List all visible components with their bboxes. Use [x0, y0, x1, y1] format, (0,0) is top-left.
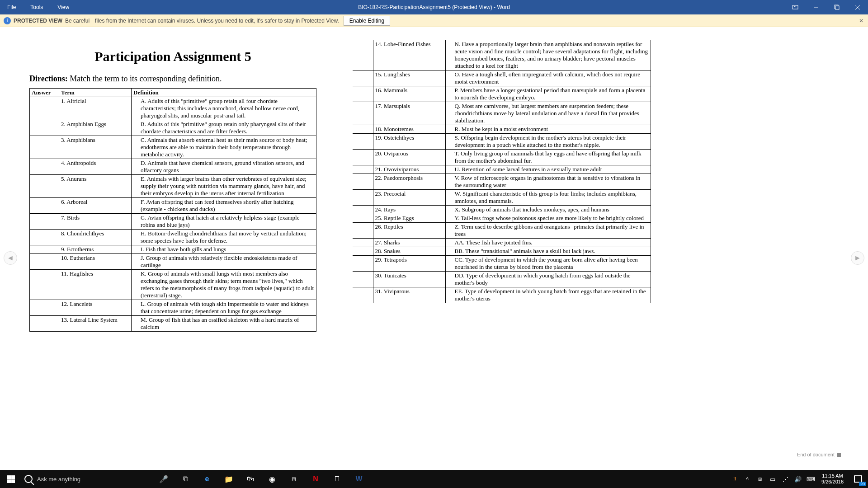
answer-cell	[353, 247, 373, 256]
definition-cell: I. Fish that have both gills and lungs	[132, 245, 316, 254]
table-row: 5. AnuransE. Animals with larger brains …	[30, 175, 316, 198]
answer-cell	[353, 256, 373, 272]
term-cell: 19. Osteichthyes	[373, 134, 445, 150]
search-box[interactable]: Ask me anything	[22, 470, 148, 488]
term-cell: 12. Lancelets	[59, 300, 132, 316]
dropbox-icon[interactable]: ⧈	[283, 470, 305, 488]
answer-cell	[353, 174, 373, 190]
sticky-notes-icon[interactable]: 🗒	[326, 470, 348, 488]
term-cell: 1. Altricial	[59, 97, 132, 120]
enable-editing-button[interactable]: Enable Editing	[344, 16, 390, 26]
definition-cell: U. Retention of some larval features in …	[445, 165, 651, 174]
next-page-button[interactable]: ►	[851, 251, 864, 265]
table-row: 27. SharksAA. These fish have jointed fi…	[353, 239, 651, 247]
answer-cell	[353, 190, 373, 206]
answer-cell	[30, 120, 59, 136]
page-1: Participation Assignment 5 Directions: M…	[18, 36, 316, 475]
table-row: 4. AnthropoidsD. Animals that have chemi…	[30, 159, 316, 175]
table-row: 29. TetrapodsCC. Type of development in …	[353, 256, 651, 272]
table-row: 31. ViviparousEE. Type of development in…	[353, 287, 651, 303]
wifi-icon[interactable]: ⋰	[779, 470, 792, 488]
term-cell: 13. Lateral Line System	[59, 316, 132, 332]
menu-file[interactable]: File	[0, 0, 23, 14]
table-row: 26. ReptilesZ. Term used to describe gib…	[353, 223, 651, 239]
table-row: 28. SnakesBB. These "transitional" anima…	[353, 247, 651, 256]
definition-cell: S. Offspring begin development in the mo…	[445, 134, 651, 150]
tray-chevron-icon[interactable]: ^	[741, 470, 754, 488]
table-row: 15. LungfishesO. Have a tough shell, oft…	[353, 70, 651, 86]
table-row: 23. PrecocialW. Significant characterist…	[353, 190, 651, 206]
table-row: 19. OsteichthyesS. Offspring begin devel…	[353, 134, 651, 150]
answer-cell	[30, 214, 59, 230]
alert-icon[interactable]: ‼	[728, 470, 741, 488]
explorer-icon[interactable]: 📁	[218, 470, 240, 488]
menu-view[interactable]: View	[50, 0, 76, 14]
term-cell: 20. Oviparous	[373, 150, 445, 165]
start-button[interactable]	[0, 470, 22, 488]
directions: Directions: Match the term to its corres…	[29, 74, 316, 84]
netflix-icon[interactable]: N	[305, 470, 326, 488]
answer-cell	[30, 175, 59, 198]
answer-cell	[353, 239, 373, 247]
table-row: 1. AltricialA. Adults of this "primitive…	[30, 97, 316, 120]
definition-cell: DD. Type of development in which young h…	[445, 272, 651, 287]
answer-cell	[353, 125, 373, 134]
definition-cell: E. Animals with larger brains than other…	[132, 175, 316, 198]
mic-icon[interactable]: 🎤	[153, 470, 175, 488]
protected-view-bar: i PROTECTED VIEW Be careful—files from t…	[0, 14, 868, 27]
term-cell: 30. Tunicates	[373, 272, 445, 287]
term-cell: 31. Viviparous	[373, 287, 445, 303]
term-cell: 8. Chondrichthyes	[59, 230, 132, 245]
shield-icon: i	[4, 17, 11, 24]
task-view-icon[interactable]: ⧉	[175, 470, 196, 488]
answer-cell	[353, 102, 373, 125]
system-tray: ‼ ^ ⧈ ▭ ⋰ 🔊 ⌨ 11:15 AM 9/26/2016 20	[728, 470, 868, 488]
notification-badge: 20	[859, 482, 866, 486]
document-area[interactable]: ◄ ► Participation Assignment 5 Direction…	[0, 27, 868, 475]
taskbar: Ask me anything 🎤 ⧉ e 📁 🛍 ◉ ⧈ N 🗒 W ‼ ^ …	[0, 470, 868, 488]
edge-icon[interactable]: e	[196, 470, 218, 488]
definition-cell: L. Group of animals with tough skin impe…	[132, 300, 316, 316]
definition-cell: P. Members have a longer gestational per…	[445, 86, 651, 102]
answer-cell	[353, 134, 373, 150]
matching-table-right: 14. Lobe-Finned FishesN. Have a proporti…	[353, 40, 651, 303]
answer-cell	[353, 272, 373, 287]
answer-cell	[30, 230, 59, 245]
table-row: 6. ArborealF. Avian offspring that can f…	[30, 198, 316, 214]
definition-cell: R. Must be kept in a moist environment	[445, 125, 651, 134]
term-cell: 22. Paedomorphosis	[373, 174, 445, 190]
clock[interactable]: 11:15 AM 9/26/2016	[817, 473, 848, 485]
definition-cell: H. Bottom-dwelling chondrichthians that …	[132, 230, 316, 245]
store-icon[interactable]: 🛍	[240, 470, 261, 488]
minimize-button[interactable]	[806, 0, 826, 14]
term-cell: 10. Eutherians	[59, 254, 132, 270]
keyboard-icon[interactable]: ⌨	[804, 470, 817, 488]
prev-page-button[interactable]: ◄	[4, 251, 17, 265]
action-center-icon[interactable]: 20	[848, 470, 868, 488]
protected-label: PROTECTED VIEW	[14, 18, 62, 24]
battery-icon[interactable]: ▭	[766, 470, 779, 488]
table-row: 12. LanceletsL. Group of animals with to…	[30, 300, 316, 316]
close-bar-icon[interactable]: ✕	[859, 18, 863, 24]
volume-icon[interactable]: 🔊	[792, 470, 804, 488]
ribbon-display-icon[interactable]	[785, 0, 806, 14]
definition-cell: K. Group of animals with small lungs wit…	[132, 270, 316, 300]
definition-cell: J. Group of animals with relatively flex…	[132, 254, 316, 270]
table-row: 21. OvoviviparousU. Retention of some la…	[353, 165, 651, 174]
definition-cell: CC. Type of development in which the you…	[445, 256, 651, 272]
definition-cell: AA. These fish have jointed fins.	[445, 239, 651, 247]
term-cell: 3. Amphibians	[59, 136, 132, 159]
close-button[interactable]	[847, 0, 868, 14]
definition-cell: BB. These "transitional" animals have a …	[445, 247, 651, 256]
maximize-button[interactable]	[826, 0, 847, 14]
menu-tools[interactable]: Tools	[23, 0, 50, 14]
term-cell: 21. Ovoviviparous	[373, 165, 445, 174]
definition-cell: N. Have a proportionally larger brain th…	[445, 40, 651, 70]
chrome-icon[interactable]: ◉	[261, 470, 283, 488]
answer-cell	[353, 86, 373, 102]
dropbox-tray-icon[interactable]: ⧈	[754, 470, 766, 488]
taskbar-apps: 🎤 ⧉ e 📁 🛍 ◉ ⧈ N 🗒 W	[153, 470, 370, 488]
table-row: 2. Amphibian EggsB. Adults of this "prim…	[30, 120, 316, 136]
term-cell: 2. Amphibian Eggs	[59, 120, 132, 136]
word-icon[interactable]: W	[348, 470, 370, 488]
